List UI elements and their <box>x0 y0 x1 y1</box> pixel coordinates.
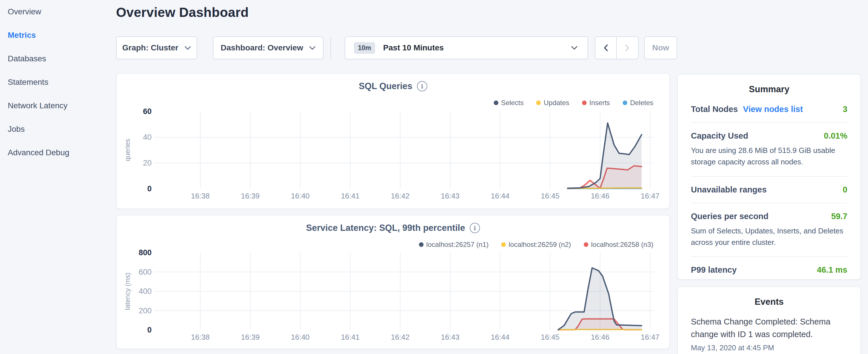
legend-dot-icon <box>582 100 587 105</box>
svg-text:16:40: 16:40 <box>291 192 309 200</box>
summary-title: Summary <box>691 84 847 95</box>
summary-value: 46.1 ms <box>817 265 847 275</box>
summary-label: Total Nodes <box>691 104 738 114</box>
sidebar-item-jobs[interactable]: Jobs <box>0 118 109 141</box>
svg-text:16:45: 16:45 <box>541 192 559 200</box>
sidebar-item-databases[interactable]: Databases <box>0 47 109 70</box>
summary-label: Queries per second <box>691 212 769 221</box>
legend-item[interactable]: Selects <box>494 99 524 107</box>
svg-text:16:42: 16:42 <box>391 192 409 200</box>
legend-item[interactable]: Deletes <box>623 99 653 107</box>
summary-row-total-nodes: Total NodesView nodes list3 <box>691 96 847 122</box>
event-text[interactable]: Schema Change Completed: Schema change w… <box>691 316 847 341</box>
view-nodes-list-link[interactable]: View nodes list <box>743 104 803 114</box>
legend-label: Updates <box>544 99 569 107</box>
legend-item[interactable]: Updates <box>536 99 569 107</box>
svg-text:latency (ms): latency (ms) <box>124 273 131 310</box>
legend-dot-icon <box>419 242 424 247</box>
time-forward-button[interactable] <box>617 36 639 59</box>
svg-text:200: 200 <box>139 307 152 315</box>
summary-description: You are using 28.6 MiB of 515.9 GiB usab… <box>691 144 847 168</box>
sidebar-item-metrics[interactable]: Metrics <box>0 24 109 47</box>
svg-text:60: 60 <box>143 107 152 116</box>
svg-text:16:47: 16:47 <box>641 333 659 342</box>
info-icon[interactable]: i <box>470 223 480 233</box>
graph-scope-dropdown[interactable]: Graph: Cluster <box>116 36 197 59</box>
legend-dot-icon <box>501 242 506 247</box>
sidebar-item-advanced-debug[interactable]: Advanced Debug <box>0 141 109 164</box>
summary-rows: Total NodesView nodes list3Capacity Used… <box>691 96 847 283</box>
now-button[interactable]: Now <box>644 36 677 59</box>
chevron-left-icon <box>603 44 609 52</box>
svg-text:16:44: 16:44 <box>491 333 509 342</box>
summary-value: 0.01% <box>824 131 847 141</box>
svg-text:16:41: 16:41 <box>341 333 360 342</box>
time-range-dropdown[interactable]: 10m Past 10 Minutes <box>345 36 588 59</box>
svg-text:16:38: 16:38 <box>191 333 210 342</box>
db-console-page: OverviewMetricsDatabasesStatementsNetwor… <box>0 0 868 354</box>
svg-text:400: 400 <box>139 287 152 296</box>
service-latency-chart-card: Service Latency: SQL, 99th percentile i … <box>116 215 670 349</box>
summary-label: Unavailable ranges <box>691 185 767 194</box>
legend-item[interactable]: localhost:26257 (n1) <box>419 240 489 249</box>
legend-label: Deletes <box>630 99 653 107</box>
svg-text:16:44: 16:44 <box>491 192 509 200</box>
legend-label: localhost:26258 (n3) <box>591 240 653 249</box>
time-back-button[interactable] <box>595 36 617 59</box>
legend-label: Selects <box>501 99 524 107</box>
summary-row-unavailable-ranges: Unavailable ranges0 <box>691 176 847 203</box>
svg-text:0: 0 <box>147 185 152 193</box>
sidebar-item-overview[interactable]: Overview <box>0 0 109 24</box>
legend-item[interactable]: localhost:26259 (n2) <box>501 240 571 249</box>
svg-text:16:38: 16:38 <box>191 192 210 200</box>
svg-text:16:43: 16:43 <box>441 192 459 200</box>
sidebar: OverviewMetricsDatabasesStatementsNetwor… <box>0 0 109 354</box>
sql-queries-chart-card: SQL Queries i SelectsUpdatesInsertsDelet… <box>116 73 670 209</box>
events-panel: Events Schema Change Completed: Schema c… <box>677 286 861 354</box>
legend-dot-icon <box>536 100 541 105</box>
legend-item[interactable]: localhost:26258 (n3) <box>584 240 653 249</box>
time-range-label: Past 10 Minutes <box>383 43 444 53</box>
dashboard-dropdown-label: Dashboard: Overview <box>221 43 303 53</box>
svg-text:20: 20 <box>143 159 152 167</box>
controls-bar: Graph: Cluster Dashboard: Overview 10m P… <box>116 36 677 59</box>
svg-text:16:47: 16:47 <box>641 192 659 200</box>
info-icon[interactable]: i <box>417 81 427 91</box>
svg-text:40: 40 <box>143 133 152 141</box>
svg-text:16:42: 16:42 <box>391 333 409 342</box>
svg-text:16:46: 16:46 <box>591 192 610 200</box>
legend-dot-icon <box>623 100 627 105</box>
events-title: Events <box>691 297 847 307</box>
summary-row-capacity-used: Capacity Used0.01%You are using 28.6 MiB… <box>691 122 847 176</box>
service-latency-plot: 16:3816:3916:4016:4116:4216:4316:4416:45… <box>117 215 670 349</box>
summary-value: 3 <box>843 104 847 114</box>
page-title: Overview Dashboard <box>116 5 249 20</box>
svg-text:16:41: 16:41 <box>341 192 360 200</box>
chevron-down-icon <box>184 46 191 50</box>
time-range-chip: 10m <box>354 42 375 54</box>
summary-value: 0 <box>843 185 847 194</box>
summary-description: Sum of Selects, Updates, Inserts, and De… <box>691 225 847 248</box>
sql-queries-plot: 16:3816:3916:4016:4116:4216:4316:4416:45… <box>117 74 670 208</box>
legend-item[interactable]: Inserts <box>582 99 610 107</box>
svg-text:16:39: 16:39 <box>241 333 260 342</box>
svg-text:16:46: 16:46 <box>591 333 610 342</box>
chart-title: SQL Queries <box>359 81 412 91</box>
chart-title-row: Service Latency: SQL, 99th percentile i <box>117 223 670 233</box>
summary-label: P99 latency <box>691 265 737 275</box>
legend-dot-icon <box>584 242 588 247</box>
svg-text:600: 600 <box>139 268 152 277</box>
chevron-right-icon <box>624 44 630 52</box>
chart-legend: SelectsUpdatesInsertsDeletes <box>494 99 654 107</box>
sidebar-item-statements[interactable]: Statements <box>0 70 109 94</box>
legend-dot-icon <box>494 100 498 105</box>
svg-text:16:40: 16:40 <box>291 333 309 342</box>
summary-label: Capacity Used <box>691 131 748 141</box>
chart-title-row: SQL Queries i <box>117 81 670 91</box>
summary-panel: Summary Total NodesView nodes list3Capac… <box>677 74 861 280</box>
time-pager <box>595 36 639 59</box>
chevron-down-icon <box>571 46 578 50</box>
controls-divider <box>331 37 331 59</box>
sidebar-item-network-latency[interactable]: Network Latency <box>0 94 109 118</box>
dashboard-dropdown[interactable]: Dashboard: Overview <box>213 36 323 59</box>
